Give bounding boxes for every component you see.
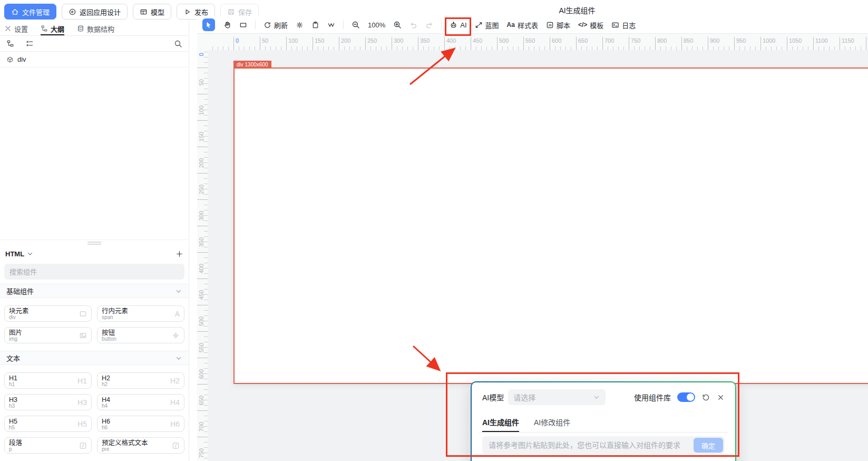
chevron-down-icon[interactable]	[26, 250, 34, 257]
ruler-tick	[365, 37, 366, 50]
ai-button[interactable]: AI	[450, 21, 466, 29]
dialog-tab-AI修改组件[interactable]: AI修改组件	[534, 417, 570, 432]
ruler-tick	[204, 115, 208, 116]
header-button[interactable]: 返回应用设计	[62, 4, 128, 20]
ruler-label: 1150	[842, 37, 854, 44]
ruler-tick	[460, 46, 461, 50]
component-card-div[interactable]: 块元素div	[4, 305, 92, 322]
submit-button[interactable]: 确定	[694, 438, 723, 453]
component-tag: h4	[102, 404, 180, 409]
ruler-tick	[204, 78, 208, 79]
ruler-tick	[204, 326, 208, 326]
sidebar-tab-设置[interactable]: 设置	[4, 23, 28, 35]
zoom-in-button[interactable]	[393, 21, 402, 29]
library-toggle[interactable]	[677, 392, 695, 402]
rect-tool-button[interactable]	[239, 21, 247, 29]
model-select[interactable]: 请选择	[508, 389, 606, 405]
sidebar-tab-数据结构[interactable]: 数据结构	[77, 23, 114, 35]
outline-node-div[interactable]: div	[0, 52, 189, 68]
ruler-tick	[197, 226, 208, 226]
ruler-tick	[204, 273, 208, 274]
zoom-level[interactable]: 100%	[368, 21, 385, 29]
ruler-tick	[197, 94, 208, 94]
section-header[interactable]: 文本	[0, 351, 189, 365]
clipboard-button[interactable]	[311, 21, 319, 29]
ruler-tick	[204, 363, 208, 363]
ruler-tick	[204, 373, 208, 374]
ruler-label: 400	[198, 264, 204, 273]
dialog-tab-AI生成组件[interactable]: AI生成组件	[482, 417, 519, 432]
ruler-tick	[204, 99, 208, 100]
component-card-pre[interactable]: 预定义格式文本pre	[97, 437, 184, 454]
component-card-h4[interactable]: H4h4H4	[97, 394, 184, 410]
js-square-icon: JS	[546, 21, 554, 29]
ruler-tick	[204, 131, 208, 131]
blueprint-button[interactable]: 蓝图	[475, 20, 499, 30]
section-header[interactable]: 基础组件	[0, 284, 189, 298]
component-card-span[interactable]: 行内元素spanA	[97, 305, 184, 322]
component-search-input[interactable]	[4, 264, 184, 280]
component-card-h1[interactable]: H1h1H1	[4, 372, 92, 389]
tree-view-icon[interactable]	[6, 40, 14, 47]
log-button[interactable]: 日志	[611, 20, 636, 30]
ruler-tick	[729, 46, 729, 50]
ruler-label: 50	[262, 37, 268, 44]
ruler-tick	[792, 46, 793, 50]
script-button[interactable]: JS 脚本	[546, 20, 570, 30]
ruler-label: 200	[341, 37, 350, 44]
ruler-tick	[760, 37, 761, 50]
ruler-tick	[776, 46, 777, 50]
search-icon[interactable]	[174, 40, 182, 48]
checklist-view-icon[interactable]	[26, 40, 34, 47]
ruler-tick	[228, 46, 229, 50]
ruler-tick	[204, 126, 208, 126]
component-card-h5[interactable]: H5h5H5	[4, 416, 92, 432]
file-manager-button[interactable]: 文件管理	[4, 4, 56, 20]
header-button[interactable]: 模型	[133, 4, 171, 20]
terminal-icon	[611, 21, 619, 29]
refresh-button[interactable]: 刷新	[264, 20, 288, 30]
ruler-tick	[718, 46, 719, 50]
ruler-label: 900	[710, 37, 719, 44]
ruler-tick	[360, 46, 360, 50]
ruler-tick	[834, 46, 835, 50]
selected-div-element[interactable]: div 1300x600	[233, 68, 868, 384]
component-card-h2[interactable]: H2h2H2	[97, 372, 184, 389]
ruler-tick	[239, 46, 239, 50]
ruler-tick	[244, 46, 245, 50]
resize-handle[interactable]	[87, 242, 101, 245]
ruler-tick	[782, 46, 782, 50]
component-card-p[interactable]: 段落p	[4, 437, 92, 454]
ruler-tick	[313, 37, 313, 50]
template-button[interactable]: </> 模板	[578, 20, 603, 30]
zoom-out-button[interactable]	[352, 21, 360, 29]
ruler-tick	[197, 358, 208, 358]
stylesheet-button[interactable]: Aa 样式表	[507, 20, 538, 30]
undo-button[interactable]	[409, 21, 417, 29]
sidebar-tab-大纲[interactable]: 大纲	[41, 23, 64, 35]
close-icon[interactable]	[717, 393, 725, 401]
redo-button[interactable]	[425, 21, 433, 29]
ruler-tick	[204, 215, 208, 216]
block-icon	[79, 310, 87, 318]
ruler-tick	[392, 37, 392, 50]
aa-text-icon: Aa	[507, 21, 515, 28]
vertical-ruler: 0501001502002503003504004505005506006507…	[197, 50, 208, 461]
component-card-h3[interactable]: H3h3H3	[4, 394, 92, 410]
hand-tool-button[interactable]	[223, 21, 231, 29]
pointer-tool-button[interactable]	[202, 18, 215, 31]
ruler-tick	[204, 136, 208, 137]
ai-prompt-input[interactable]	[482, 436, 694, 454]
component-card-img[interactable]: 图片img	[4, 327, 92, 343]
ruler-label: 950	[736, 37, 746, 44]
wireframe-button[interactable]	[327, 21, 335, 29]
ruler-tick	[739, 46, 740, 50]
ruler-tick	[204, 379, 208, 379]
refresh-icon	[264, 21, 271, 29]
settings-gear-button[interactable]	[296, 21, 304, 29]
history-icon[interactable]	[701, 393, 710, 402]
component-card-h6[interactable]: H6h6H6	[97, 416, 184, 432]
component-card-button[interactable]: 按钮button	[97, 327, 184, 343]
add-group-icon[interactable]	[175, 250, 183, 258]
chevron-down-icon	[593, 393, 600, 401]
